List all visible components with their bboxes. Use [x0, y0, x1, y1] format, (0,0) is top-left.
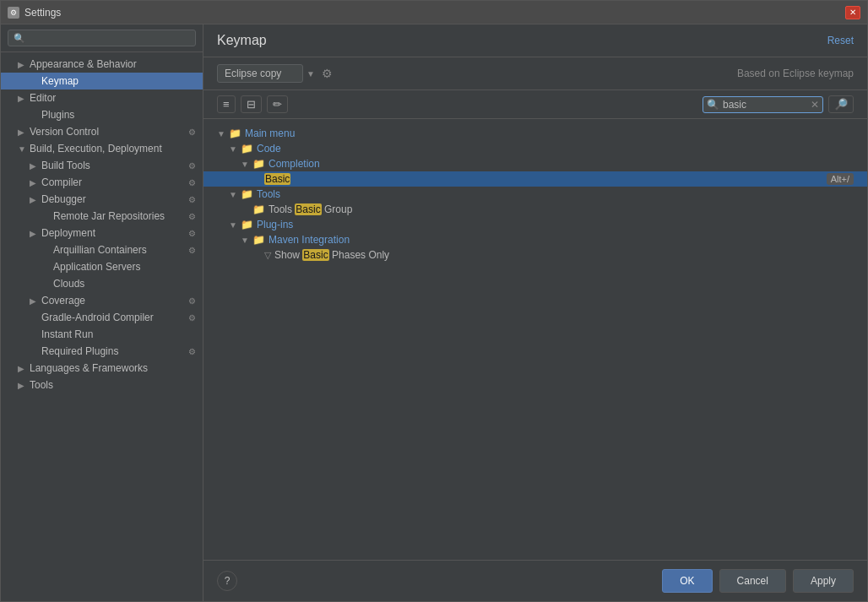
sidebar-label-required-plugins: Required Plugins: [41, 345, 118, 357]
shortcut-basic: Alt+/: [827, 173, 854, 185]
caret-gradle-android: [30, 313, 38, 323]
settings-icon-gradle-android: ⚙: [188, 313, 196, 323]
sidebar-item-version-control[interactable]: ▶ Version Control ⚙: [1, 123, 203, 140]
window-title: Settings: [24, 7, 61, 19]
caret-clouds: [41, 279, 50, 289]
sidebar-item-languages[interactable]: ▶ Languages & Frameworks: [1, 360, 203, 377]
title-bar: ⚙ Settings ✕: [1, 1, 867, 24]
sidebar-item-clouds[interactable]: Clouds: [1, 275, 203, 292]
result-maven-integration[interactable]: ▼ 📁 Maven Integration: [203, 232, 867, 247]
sidebar-label-build-tools: Build Tools: [41, 160, 90, 171]
label-basic: Basic: [264, 173, 290, 185]
keymap-dropdown[interactable]: Eclipse copy: [217, 64, 303, 83]
result-show-basic-phases[interactable]: ▽ Show Basic Phases Only: [203, 247, 867, 263]
result-main-menu[interactable]: ▼ 📁 Main menu: [203, 126, 867, 141]
sidebar-item-gradle-android[interactable]: Gradle-Android Compiler ⚙: [1, 309, 203, 326]
sidebar-item-build-execution[interactable]: ▼ Build, Execution, Deployment: [1, 140, 203, 157]
apply-button[interactable]: Apply: [793, 569, 854, 593]
sidebar-item-build-tools[interactable]: ▶ Build Tools ⚙: [1, 157, 203, 174]
keymap-select-wrap: Eclipse copy ▼ ⚙: [217, 64, 336, 83]
result-completion[interactable]: ▼ 📁 Completion: [203, 156, 867, 171]
sidebar-label-tools-section: Tools: [30, 379, 53, 391]
toolbar-left: ≡ ⊟ ✏: [217, 95, 288, 113]
sidebar-item-appearance[interactable]: ▶ Appearance & Behavior: [1, 56, 203, 73]
caret-completion: ▼: [241, 160, 251, 169]
sidebar-item-editor[interactable]: ▶ Editor: [1, 89, 203, 106]
panel-header: Keymap Reset: [203, 24, 867, 57]
sidebar-item-instant-run[interactable]: Instant Run: [1, 326, 203, 343]
results-tree: ▼ 📁 Main menu ▼ 📁 Code ▼ 📁 Completion: [203, 119, 867, 560]
sidebar-item-compiler[interactable]: ▶ Compiler ⚙: [1, 174, 203, 191]
sidebar-search-icon: 🔍: [14, 33, 25, 44]
edit-button[interactable]: ✏: [267, 95, 288, 113]
filter-icon-show-basic: ▽: [264, 250, 271, 261]
cancel-button[interactable]: Cancel: [719, 569, 786, 593]
toolbar-row: ≡ ⊟ ✏ 🔍 ✕ 🔎: [203, 90, 867, 119]
bottom-bar: ? OK Cancel Apply: [203, 560, 867, 601]
folder-icon-plug-ins: 📁: [241, 219, 253, 230]
sidebar-label-arquillian: Arquillian Containers: [53, 244, 147, 256]
keymap-gear-icon[interactable]: ⚙: [318, 65, 336, 82]
caret-debugger: ▶: [30, 195, 38, 204]
caret-version-control: ▶: [18, 127, 26, 137]
settings-icon-vc: ⚙: [188, 127, 196, 137]
result-tools-folder[interactable]: ▼ 📁 Tools: [203, 187, 867, 202]
sidebar-item-remote-jar[interactable]: Remote Jar Repositories ⚙: [1, 208, 203, 225]
app-icon: ⚙: [8, 7, 19, 19]
result-code[interactable]: ▼ 📁 Code: [203, 141, 867, 156]
sidebar: 🔍 ▶ Appearance & Behavior Keymap ▶: [1, 24, 203, 601]
sidebar-search-input[interactable]: [29, 32, 190, 44]
sidebar-label-coverage: Coverage: [41, 295, 85, 306]
close-button[interactable]: ✕: [845, 6, 860, 19]
sidebar-item-required-plugins[interactable]: Required Plugins ⚙: [1, 343, 203, 360]
collapse-all-button[interactable]: ⊟: [241, 95, 262, 113]
result-tools-basic-group[interactable]: 📁 Tools Basic Group: [203, 202, 867, 217]
result-basic[interactable]: Basic Alt+/: [203, 171, 867, 187]
ok-button[interactable]: OK: [662, 569, 712, 593]
caret-coverage: ▶: [30, 296, 38, 306]
label-show-basic-phases: Show Basic Phases Only: [274, 249, 389, 261]
sidebar-item-deployment[interactable]: ▶ Deployment ⚙: [1, 225, 203, 241]
caret-plug-ins: ▼: [229, 220, 239, 230]
sidebar-label-app-servers: Application Servers: [53, 261, 140, 273]
sidebar-item-plugins[interactable]: Plugins: [1, 106, 203, 123]
caret-build-tools: ▶: [30, 161, 38, 171]
sidebar-label-compiler: Compiler: [41, 176, 82, 188]
caret-editor: ▶: [18, 94, 26, 103]
sidebar-label-deployment: Deployment: [41, 227, 95, 239]
sidebar-item-app-servers[interactable]: Application Servers: [1, 258, 203, 275]
help-button[interactable]: ?: [217, 571, 237, 591]
sidebar-label-build-execution: Build, Execution, Deployment: [30, 143, 162, 155]
label-tools-basic-group: Tools Basic Group: [269, 203, 352, 215]
btn-group: OK Cancel Apply: [662, 569, 854, 593]
sidebar-item-arquillian[interactable]: Arquillian Containers ⚙: [1, 241, 203, 258]
folder-icon-code: 📁: [241, 143, 253, 155]
caret-arquillian: [41, 246, 50, 255]
settings-icon-bt: ⚙: [188, 161, 196, 171]
search-field-wrap: 🔍 ✕: [703, 96, 823, 113]
sidebar-label-gradle-android: Gradle-Android Compiler: [41, 312, 154, 323]
caret-remote-jar: [41, 212, 50, 221]
sidebar-label-appearance: Appearance & Behavior: [30, 58, 137, 70]
sidebar-label-remote-jar: Remote Jar Repositories: [53, 210, 165, 222]
caret-main-menu: ▼: [217, 129, 227, 138]
folder-icon-tools-basic: 📁: [252, 203, 265, 215]
label-plug-ins: Plug-ins: [257, 219, 293, 230]
based-on-label: Based on Eclipse keymap: [737, 68, 854, 79]
settings-icon-remote-jar: ⚙: [188, 212, 196, 221]
sidebar-item-keymap[interactable]: Keymap: [1, 73, 203, 89]
sidebar-label-plugins: Plugins: [41, 109, 74, 121]
search-clear-icon[interactable]: ✕: [811, 99, 819, 111]
reset-link[interactable]: Reset: [827, 35, 854, 46]
search-options-button[interactable]: 🔎: [828, 95, 854, 113]
expand-all-button[interactable]: ≡: [217, 95, 236, 113]
basic-highlight: Basic: [264, 173, 290, 185]
sidebar-item-tools-section[interactable]: ▶ Tools: [1, 377, 203, 393]
caret-app-servers: [41, 263, 50, 272]
result-plug-ins[interactable]: ▼ 📁 Plug-ins: [203, 217, 867, 232]
sidebar-item-coverage[interactable]: ▶ Coverage ⚙: [1, 292, 203, 309]
keymap-search-input[interactable]: [723, 99, 807, 111]
basic-highlight-3: Basic: [302, 249, 328, 261]
sidebar-item-debugger[interactable]: ▶ Debugger ⚙: [1, 191, 203, 208]
label-tools-folder: Tools: [257, 188, 280, 200]
